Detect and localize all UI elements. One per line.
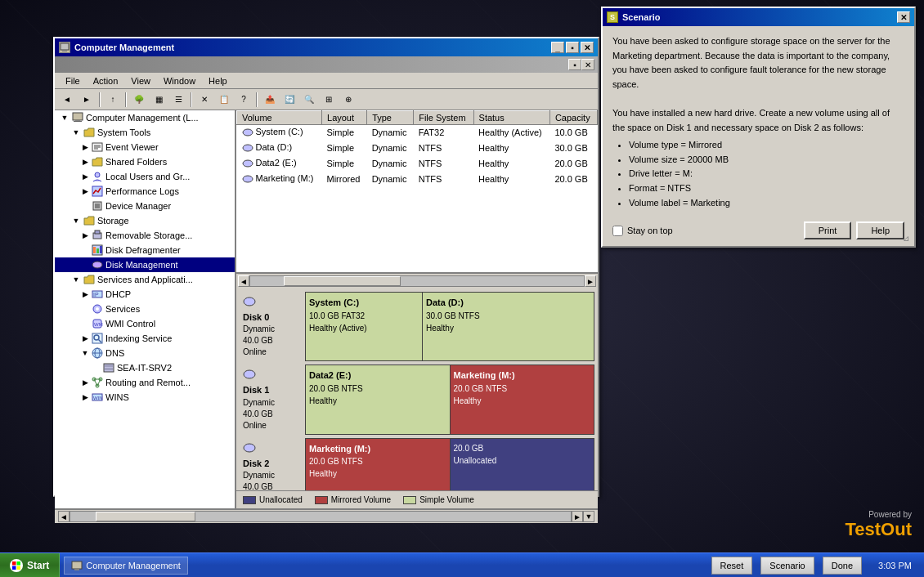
users-icon [91,171,104,182]
tree-dhcp[interactable]: ▶ IP DHCP [55,287,235,302]
export-btn[interactable]: 📤 [261,91,279,109]
tree-wmi[interactable]: WMI WMI Control [55,316,235,331]
disk-mgmt-icon [91,259,104,271]
reset-btn[interactable]: Reset [711,557,753,575]
tree-system-tools[interactable]: ▼ System Tools [55,125,235,140]
scenario-close-btn[interactable]: ✕ [897,11,910,23]
table-row[interactable]: Marketing (M:) Mirrored Dynamic NTFS Hea… [237,172,598,187]
up-btn[interactable]: ↑ [104,91,122,109]
minimize-btn[interactable]: _ [551,42,564,53]
sb-scrollbar[interactable] [70,511,572,522]
stay-on-top-checkbox[interactable]: Stay on top [612,226,673,236]
scenario-title: Scenario [622,12,660,22]
close-btn[interactable]: ✕ [581,42,594,53]
disk1-part1[interactable]: Marketing (M:) 20.0 GB NTFS Healthy [451,365,594,433]
col-capacity[interactable]: Capacity [549,111,597,125]
tree-routing[interactable]: ▶ Routing and Remot... [55,375,235,390]
disk2-part1[interactable]: 20.0 GB Unallocated [451,439,594,490]
tree-storage[interactable]: ▼ Storage [55,213,235,228]
taskbar-cm-item[interactable]: Computer Management [64,557,188,575]
forward-btn[interactable]: ► [78,91,96,109]
svg-rect-4 [74,121,82,122]
tree-btn[interactable]: 🌳 [130,91,148,109]
done-btn[interactable]: Done [823,557,862,575]
sb-right-btn[interactable]: ► [572,511,583,522]
tree-local-users[interactable]: ▶ Local Users and Gr... [55,169,235,184]
stay-on-top-input[interactable] [612,226,623,236]
help-btn[interactable]: Help [856,221,904,239]
help-tb-btn[interactable]: ? [235,91,253,109]
disk1-part0[interactable]: Data2 (E:) 20.0 GB NTFS Healthy [306,365,450,433]
tree-disk-management[interactable]: Disk Management [55,257,235,272]
menu-help[interactable]: Help [202,74,234,87]
table-row[interactable]: System (C:) Simple Dynamic FAT32 Healthy… [237,125,598,141]
indexing-icon [91,333,104,344]
svg-point-9 [95,172,100,177]
table-row[interactable]: Data2 (E:) Simple Dynamic NTFS Healthy 2… [237,156,598,172]
tree-services-apps[interactable]: ▼ Services and Applicati... [55,272,235,287]
table-row[interactable]: Data (D:) Simple Dynamic NTFS Healthy 30… [237,141,598,156]
taskbar-right: Reset Scenario Done 3:03 PM [707,557,924,575]
svg-point-47 [244,297,255,306]
testout-logo: TestOut [846,519,913,540]
right-panel: Volume Layout Type File System Status Ca… [236,110,598,508]
sb-left-btn[interactable]: ◄ [58,511,70,522]
bullet-3: Drive letter = M: [629,167,904,181]
menu-window[interactable]: Window [157,74,202,87]
col-layout[interactable]: Layout [322,111,367,125]
tree-sea-srv2[interactable]: SEA-IT-SRV2 [55,360,235,375]
disk-row-2: Disk 2 Dynamic 40.0 GB Online Marketing … [240,438,594,490]
start-label: Start [27,560,49,571]
tree-dns[interactable]: ▼ DNS [55,346,235,360]
restore-btn[interactable]: ▪ [566,42,579,53]
disk2-part0[interactable]: Marketing (M:) 20.0 GB NTFS Healthy [306,439,450,490]
scroll-right-btn[interactable]: ► [585,275,596,287]
col-status[interactable]: Status [473,111,549,125]
tree-indexing[interactable]: ▶ Indexing Service [55,331,235,346]
sb-down-btn[interactable]: ▼ [583,511,594,522]
inner-close-btn[interactable]: ✕ [581,59,594,70]
tree-services[interactable]: Services [55,302,235,316]
list-btn[interactable]: ☰ [169,91,187,109]
resize-grip[interactable]: ⊿ [903,235,913,244]
tree-wins[interactable]: ▶ WINS WINS [55,390,235,405]
tree-defrag[interactable]: Disk Defragmenter [55,243,235,257]
new-btn[interactable]: ⊕ [339,91,357,109]
tree-device-manager[interactable]: Device Manager [55,199,235,213]
scroll-left-btn[interactable]: ◄ [238,275,249,287]
print-btn[interactable]: Print [804,221,852,239]
disk0-part1[interactable]: Data (D:) 30.0 GB NTFS Healthy [423,293,594,360]
tree-event-viewer[interactable]: ▶ Event Viewer [55,140,235,154]
svg-rect-18 [100,246,102,253]
search-btn[interactable]: 🔍 [300,91,318,109]
menu-view[interactable]: View [124,74,157,87]
back-btn[interactable]: ◄ [58,91,76,109]
menubar: File Action View Window Help [55,73,598,89]
menu-action[interactable]: Action [87,74,125,87]
h-scrollbar[interactable] [249,275,585,287]
menu-file[interactable]: File [59,74,87,87]
toggle-btn[interactable]: ⊞ [320,91,338,109]
delete-btn[interactable]: ✕ [195,91,213,109]
refresh-btn[interactable]: 🔄 [280,91,298,109]
inner-restore-btn[interactable]: ▪ [568,59,581,70]
start-button[interactable]: Start [0,553,60,577]
cm-title: Computer Management [74,42,174,52]
scenario-icon: S [607,11,618,23]
disk2-partitions: Marketing (M:) 20.0 GB NTFS Healthy 20.0… [305,438,594,490]
col-filesystem[interactable]: File System [414,111,473,125]
tree-removable[interactable]: ▶ Removable Storage... [55,228,235,243]
tree-root[interactable]: ▼ Computer Management (L... [55,110,235,125]
scenario-taskbar-btn[interactable]: Scenario [760,557,814,575]
disk0-part0[interactable]: System (C:) 10.0 GB FAT32 Healthy (Activ… [306,293,422,360]
col-volume[interactable]: Volume [237,111,322,125]
svg-rect-17 [96,248,99,253]
props-btn[interactable]: 📋 [215,91,233,109]
icon-btn[interactable]: ▦ [150,91,168,109]
svg-point-19 [92,262,102,268]
tree-shared-folders[interactable]: ▶ Shared Folders [55,154,235,169]
tree-perf-logs[interactable]: ▶ Performance Logs [55,184,235,199]
disk1-partitions: Data2 (E:) 20.0 GB NTFS Healthy Marketin… [305,365,594,434]
disk1-info: Disk 1 Dynamic 40.0 GB Online [240,365,305,434]
col-type[interactable]: Type [367,111,414,125]
